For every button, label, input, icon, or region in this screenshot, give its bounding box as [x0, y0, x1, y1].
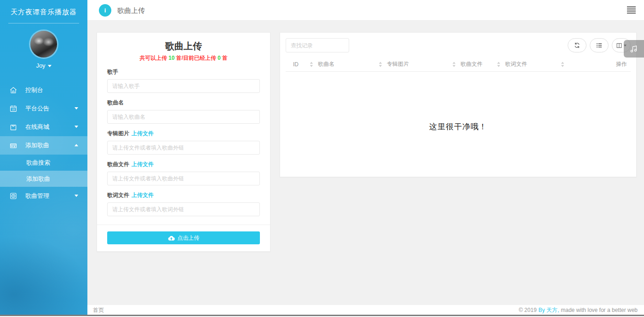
lyrics-file-upload-link[interactable]: 上传文件 [132, 192, 154, 198]
app-title: 天方夜谭音乐播放器 [0, 0, 87, 17]
sidebar-item-console[interactable]: 控制台 [0, 81, 87, 99]
footer-copyright: © 2019By 天方,made with love for a better … [519, 306, 638, 314]
column-header-lyrics-file[interactable]: 歌词文件 [505, 60, 569, 68]
song-file-label: 歌曲文件上传文件 [107, 161, 260, 168]
chevron-down-icon [75, 126, 78, 128]
empty-table-message: 这里很干净哦！ [286, 121, 631, 132]
quota-total: 10 [168, 55, 174, 61]
radio-icon [9, 141, 17, 150]
sidebar-item-label: 在线商城 [25, 123, 49, 131]
username: Joy [36, 62, 45, 69]
table-header-row: ID 歌曲名 专辑图片 歌曲文件 歌词文件 操作 [286, 57, 631, 72]
info-circle-icon[interactable]: i [99, 4, 111, 17]
avatar[interactable] [30, 31, 57, 58]
sidebar-menu: 控制台 15 平台公告 在线商城 添加歌曲 歌曲搜索 添加歌曲 [0, 81, 87, 205]
sidebar-item-song-manage[interactable]: 歌曲管理 [0, 187, 87, 205]
sidebar: 天方夜谭音乐播放器 Joy 控制台 15 平台公告 在线商城 添加歌曲 歌曲搜索 [0, 0, 87, 315]
chevron-up-icon [75, 144, 78, 146]
search-input[interactable] [286, 38, 349, 52]
disc-icon [9, 192, 17, 200]
table-toolbar [568, 38, 631, 52]
singer-label: 歌手 [107, 68, 260, 76]
sort-icon [561, 62, 564, 67]
shopping-bag-icon [9, 123, 17, 131]
footer-home-link[interactable]: 首页 [93, 306, 104, 314]
column-header-song-file[interactable]: 歌曲文件 [460, 60, 505, 68]
sidebar-item-label: 歌曲管理 [25, 192, 49, 200]
calendar-icon: 15 [9, 104, 17, 113]
form-divider [97, 225, 270, 225]
album-image-input[interactable] [107, 141, 260, 155]
sidebar-item-label: 平台公告 [25, 104, 49, 113]
sidebar-submenu: 歌曲搜索 添加歌曲 [0, 155, 87, 187]
window-bottom-edge [0, 315, 644, 316]
page-title: 歌曲上传 [117, 6, 145, 15]
home-icon [9, 86, 17, 94]
menu-icon[interactable] [627, 6, 636, 14]
sidebar-item-shop[interactable]: 在线商城 [0, 118, 87, 136]
refresh-button[interactable] [568, 38, 586, 52]
album-image-label: 专辑图片上传文件 [107, 130, 260, 138]
sort-icon [379, 62, 382, 67]
chevron-down-icon [48, 65, 52, 67]
sidebar-divider [8, 23, 79, 23]
sidebar-item-add-song[interactable]: 添加歌曲 [0, 136, 87, 155]
column-header-song-name[interactable]: 歌曲名 [318, 60, 387, 68]
sort-icon [497, 62, 500, 67]
svg-text:15: 15 [12, 108, 15, 111]
column-header-id[interactable]: ID [293, 61, 318, 68]
sidebar-subitem-label: 添加歌曲 [26, 175, 50, 182]
sidebar-item-announcements[interactable]: 15 平台公告 [0, 99, 87, 118]
topbar: i 歌曲上传 [87, 0, 644, 21]
column-header-album-image[interactable]: 专辑图片 [387, 60, 460, 68]
chevron-down-icon [75, 107, 78, 110]
song-records-card: ID 歌曲名 专辑图片 歌曲文件 歌词文件 操作 这里很干净哦！ [280, 32, 637, 177]
form-title: 歌曲上传 [107, 40, 260, 52]
sidebar-subitem-add-song[interactable]: 添加歌曲 [0, 171, 87, 187]
sidebar-item-label: 控制台 [25, 86, 43, 94]
song-file-input[interactable] [107, 172, 260, 185]
song-file-upload-link[interactable]: 上传文件 [132, 161, 154, 167]
sidebar-subitem-label: 歌曲搜索 [26, 159, 50, 166]
upload-submit-button[interactable]: 点击上传 [107, 231, 260, 244]
sort-icon [452, 62, 456, 67]
footer: 首页 © 2019By 天方,made with love for a bett… [87, 305, 644, 315]
song-name-input[interactable] [107, 110, 260, 124]
footer-author-link[interactable]: By 天方, [539, 307, 559, 313]
lyrics-file-label: 歌词文件上传文件 [107, 191, 260, 199]
list-view-icon [596, 42, 603, 49]
quota-uploaded: 0 [218, 55, 221, 61]
sidebar-item-label: 添加歌曲 [25, 141, 49, 150]
sort-icon [310, 62, 313, 67]
columns-icon [616, 42, 622, 49]
column-header-operations: 操作 [569, 60, 629, 68]
music-player-toggle[interactable] [624, 40, 644, 58]
sidebar-subitem-song-search[interactable]: 歌曲搜索 [0, 155, 87, 171]
singer-input[interactable] [107, 79, 260, 93]
album-image-upload-link[interactable]: 上传文件 [132, 130, 154, 137]
refresh-icon [574, 42, 581, 49]
user-menu[interactable]: Joy [0, 62, 87, 69]
song-upload-card: 歌曲上传 共可以上传10首/目前已经上传0首 歌手 歌曲名 专辑图片上传文件 歌… [97, 32, 270, 252]
song-name-label: 歌曲名 [107, 99, 260, 107]
chevron-down-icon [75, 195, 78, 197]
music-note-icon [629, 44, 639, 54]
toggle-view-button[interactable] [590, 38, 609, 52]
lyrics-file-input[interactable] [107, 202, 260, 216]
cloud-upload-icon [168, 235, 175, 241]
upload-quota-text: 共可以上传10首/目前已经上传0首 [107, 54, 260, 62]
